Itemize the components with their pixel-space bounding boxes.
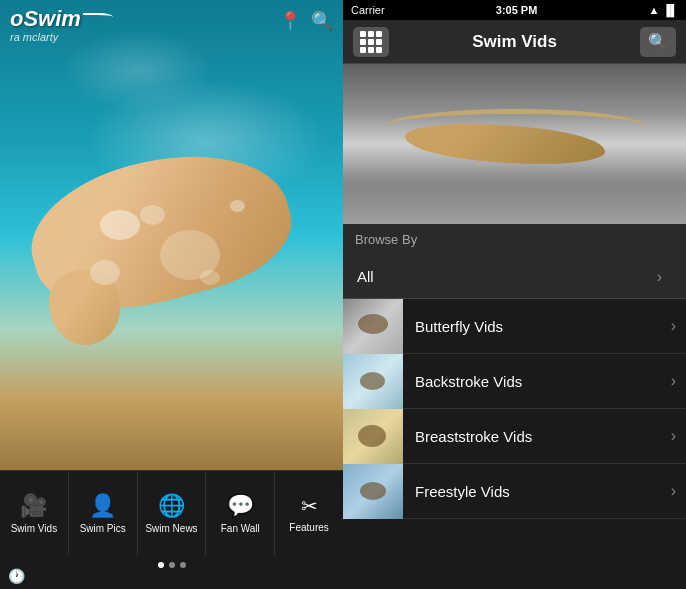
search-button[interactable]: 🔍 [640, 27, 676, 57]
grid-button[interactable] [353, 27, 389, 57]
swim-vids-label: Swim Vids [11, 523, 58, 534]
status-bar: Carrier 3:05 PM ▲ ▐▌ [343, 0, 686, 20]
features-label: Features [289, 522, 328, 533]
browse-by-header: Browse By [343, 224, 686, 255]
all-label: All [357, 268, 374, 285]
left-panel: oSwim ra mclarty 📍 🔍 🎥 Swim Vids 👤 Swim … [0, 0, 343, 589]
browse-by-label: Browse By [355, 232, 417, 247]
browse-list: All › Butterfly Vids › Backstroke Vids ›… [343, 255, 686, 589]
dot-1 [158, 562, 164, 568]
browse-item-all[interactable]: All › [343, 255, 686, 299]
browse-item-freestyle[interactable]: Freestyle Vids › [343, 464, 686, 519]
water-splash [343, 184, 686, 224]
logo-main-text: oSwim [10, 8, 113, 30]
top-right-icons: 📍 🔍 [279, 10, 333, 32]
fan-wall-icon: 💬 [227, 493, 254, 519]
logo-swoosh [83, 13, 113, 21]
features-icon: ✂ [301, 494, 318, 518]
video-hero-thumbnail[interactable] [343, 64, 686, 224]
backstroke-thumbnail [343, 354, 403, 409]
breaststroke-label: Breaststroke Vids [403, 428, 671, 445]
page-dots [0, 555, 343, 575]
fan-wall-label: Fan Wall [221, 523, 260, 534]
butterfly-thumbnail [343, 299, 403, 354]
right-panel: Carrier 3:05 PM ▲ ▐▌ Swim Vids 🔍 B [343, 0, 686, 589]
butterfly-swimmer [385, 104, 645, 184]
search-icon: 🔍 [648, 32, 668, 51]
chevron-icon: › [671, 372, 686, 390]
battery-icon: ▐▌ [662, 4, 678, 16]
battery-indicator: ▲ ▐▌ [649, 4, 678, 16]
logo-sub-text: ra mclarty [10, 31, 113, 43]
butterfly-label: Butterfly Vids [403, 318, 671, 335]
chevron-icon: › [671, 482, 686, 500]
freestyle-label: Freestyle Vids [403, 483, 671, 500]
hero-image: oSwim ra mclarty 📍 🔍 [0, 0, 343, 470]
tab-swim-vids[interactable]: 🎥 Swim Vids [0, 471, 69, 555]
bubbles [80, 200, 260, 320]
grid-icon [360, 31, 382, 53]
browse-item-butterfly[interactable]: Butterfly Vids › [343, 299, 686, 354]
app-header: Swim Vids 🔍 [343, 20, 686, 64]
location-icon[interactable]: 📍 [279, 10, 301, 32]
swim-news-label: Swim News [145, 523, 197, 534]
tab-features[interactable]: ✂ Features [275, 471, 343, 555]
browse-item-breaststroke[interactable]: Breaststroke Vids › [343, 409, 686, 464]
chevron-icon: › [671, 317, 686, 335]
freestyle-thumbnail [343, 464, 403, 519]
tab-bar: 🎥 Swim Vids 👤 Swim Pics 🌐 Swim News 💬 Fa… [0, 470, 343, 589]
app-logo: oSwim ra mclarty [10, 8, 113, 43]
dot-2 [169, 562, 175, 568]
browse-item-backstroke[interactable]: Backstroke Vids › [343, 354, 686, 409]
search-icon[interactable]: 🔍 [311, 10, 333, 32]
tab-swim-news[interactable]: 🌐 Swim News [138, 471, 207, 555]
chevron-icon: › [671, 427, 686, 445]
backstroke-label: Backstroke Vids [403, 373, 671, 390]
chevron-icon: › [657, 268, 672, 286]
carrier-label: Carrier [351, 4, 385, 16]
clock-icon: 🕐 [8, 568, 25, 584]
swim-news-icon: 🌐 [158, 493, 185, 519]
swim-vids-icon: 🎥 [20, 493, 47, 519]
page-title: Swim Vids [472, 32, 557, 52]
wifi-icon: ▲ [649, 4, 660, 16]
tab-items: 🎥 Swim Vids 👤 Swim Pics 🌐 Swim News 💬 Fa… [0, 470, 343, 555]
tab-swim-pics[interactable]: 👤 Swim Pics [69, 471, 138, 555]
breaststroke-thumbnail [343, 409, 403, 464]
time-display: 3:05 PM [496, 4, 538, 16]
swim-pics-icon: 👤 [89, 493, 116, 519]
tab-fan-wall[interactable]: 💬 Fan Wall [206, 471, 275, 555]
swim-pics-label: Swim Pics [80, 523, 126, 534]
dot-3 [180, 562, 186, 568]
